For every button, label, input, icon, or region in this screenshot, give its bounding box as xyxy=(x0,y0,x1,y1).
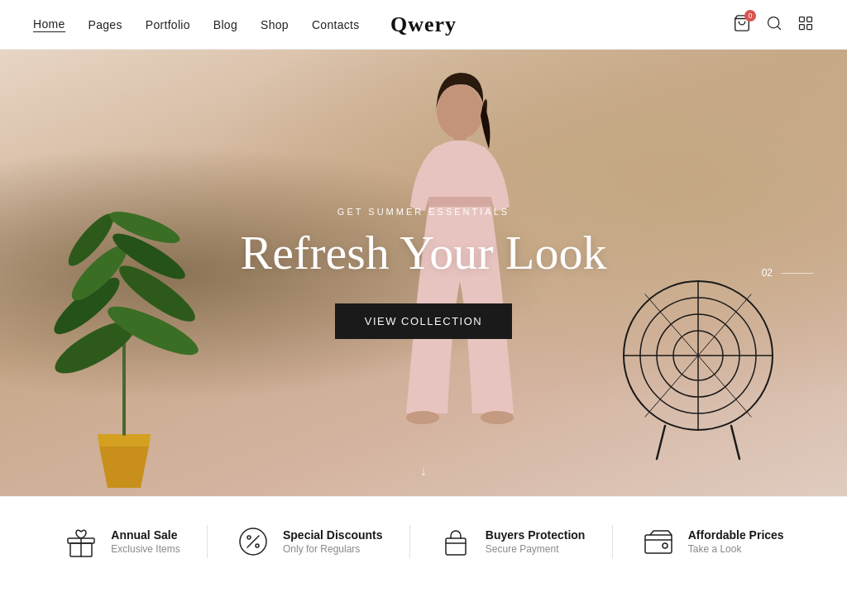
svg-point-18 xyxy=(437,84,483,139)
search-button[interactable] xyxy=(766,15,782,35)
feature-buyers-protection: Buyers Protection Secure Payment xyxy=(438,523,586,560)
nav-portfolio[interactable]: Portfolio xyxy=(146,18,190,31)
svg-rect-39 xyxy=(446,538,466,555)
svg-line-32 xyxy=(731,426,739,459)
feature-subtitle-annual-sale: Exclusive Items xyxy=(111,543,179,555)
feature-subtitle-buyers-protection: Secure Payment xyxy=(486,543,586,555)
main-nav: Home Pages Portfolio Blog Shop Contacts xyxy=(33,17,360,32)
slide-line xyxy=(781,273,814,274)
feature-subtitle-special-discounts: Only for Regulars xyxy=(283,543,383,555)
svg-line-38 xyxy=(247,536,259,547)
plant-decoration xyxy=(50,165,199,496)
svg-point-42 xyxy=(663,543,668,548)
feature-annual-sale: Annual Sale Exclusive Items xyxy=(63,523,179,560)
cart-button[interactable]: 0 xyxy=(733,14,751,36)
grid-menu-button[interactable] xyxy=(797,15,814,35)
svg-point-22 xyxy=(481,411,514,424)
feature-annual-sale-text: Annual Sale Exclusive Items xyxy=(111,528,179,555)
svg-point-21 xyxy=(406,411,439,424)
svg-rect-20 xyxy=(428,197,491,207)
feature-special-discounts-text: Special Discounts Only for Regulars xyxy=(283,528,383,555)
svg-line-31 xyxy=(657,426,665,459)
nav-contacts[interactable]: Contacts xyxy=(312,18,360,31)
slide-number: 02 xyxy=(762,267,773,279)
hero-section: GET SUMMER ESSENTIALS Refresh Your Look … xyxy=(0,50,847,496)
nav-home[interactable]: Home xyxy=(33,17,65,32)
feature-title-annual-sale: Annual Sale xyxy=(111,528,179,542)
site-header: Home Pages Portfolio Blog Shop Contacts … xyxy=(0,0,847,50)
feature-title-buyers-protection: Buyers Protection xyxy=(486,528,586,542)
hero-eyebrow: GET SUMMER ESSENTIALS xyxy=(240,207,606,217)
feature-subtitle-affordable-prices: Take a Look xyxy=(688,543,784,555)
feature-divider-2 xyxy=(409,525,410,558)
gift-icon xyxy=(63,523,99,560)
feature-title-special-discounts: Special Discounts xyxy=(283,528,383,542)
svg-point-37 xyxy=(256,544,259,547)
nav-pages[interactable]: Pages xyxy=(89,18,122,31)
features-bar: Annual Sale Exclusive Items Special Disc… xyxy=(0,496,847,586)
svg-rect-41 xyxy=(645,535,672,553)
wallet-icon xyxy=(640,523,677,560)
svg-marker-8 xyxy=(98,434,151,446)
search-icon xyxy=(766,15,782,31)
svg-rect-6 xyxy=(807,24,812,29)
side-table-decoration xyxy=(615,248,781,463)
cart-badge: 0 xyxy=(744,10,756,21)
svg-rect-5 xyxy=(800,24,805,29)
feature-title-affordable-prices: Affordable Prices xyxy=(688,528,784,542)
discount-icon xyxy=(235,523,271,560)
hero-content: GET SUMMER ESSENTIALS Refresh Your Look … xyxy=(240,207,606,340)
svg-line-2 xyxy=(778,26,781,29)
site-logo[interactable]: Qwery xyxy=(390,12,457,37)
view-collection-button[interactable]: View Collection xyxy=(335,303,512,339)
shield-icon xyxy=(438,523,474,560)
nav-shop[interactable]: Shop xyxy=(261,18,289,31)
svg-rect-3 xyxy=(800,17,805,21)
feature-affordable-prices: Affordable Prices Take a Look xyxy=(640,523,784,560)
svg-rect-4 xyxy=(807,17,812,21)
svg-marker-7 xyxy=(99,446,149,488)
slide-indicator: 02 xyxy=(762,267,814,279)
grid-icon xyxy=(797,15,814,31)
header-icons: 0 xyxy=(733,14,814,36)
hero-title: Refresh Your Look xyxy=(240,227,606,279)
feature-buyers-protection-text: Buyers Protection Secure Payment xyxy=(486,528,586,555)
feature-special-discounts: Special Discounts Only for Regulars xyxy=(235,523,383,560)
nav-blog[interactable]: Blog xyxy=(213,18,237,31)
feature-affordable-prices-text: Affordable Prices Take a Look xyxy=(688,528,784,555)
feature-divider-1 xyxy=(207,525,208,558)
feature-divider-3 xyxy=(612,525,613,558)
svg-point-36 xyxy=(247,536,251,539)
